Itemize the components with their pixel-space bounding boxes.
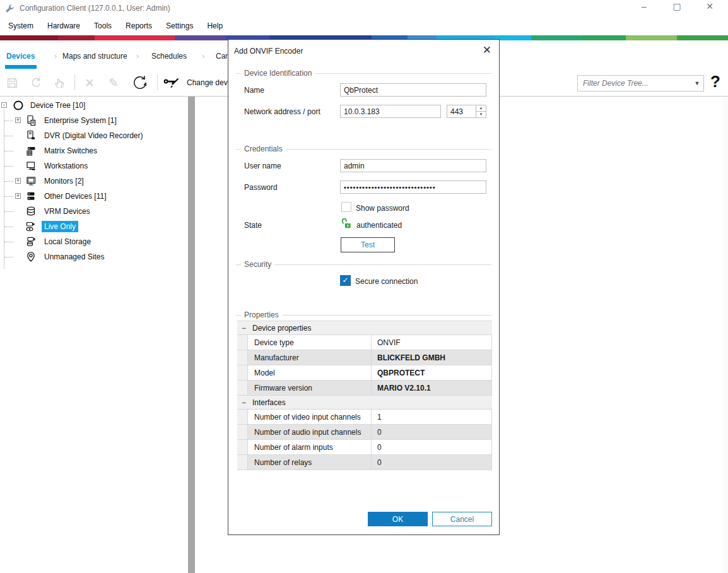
menu-settings[interactable]: Settings bbox=[159, 19, 200, 33]
table-row: Number of relays 0 bbox=[237, 455, 492, 470]
maximize-button[interactable]: ▢ bbox=[670, 1, 684, 11]
unmanaged-sites-icon bbox=[25, 251, 37, 264]
dialog-title: Add ONVIF Encoder bbox=[234, 47, 303, 56]
password-field[interactable] bbox=[340, 180, 486, 194]
expand-expander-icon[interactable]: + bbox=[15, 193, 21, 199]
change-device-passwords-label[interactable]: Change devi bbox=[187, 78, 229, 87]
tree-item-label[interactable]: Monitors [2] bbox=[42, 175, 86, 187]
tab-maps-and-structure[interactable]: Maps and structure bbox=[62, 52, 127, 61]
tree-connector-stub bbox=[4, 136, 13, 136]
tree-item-dvr[interactable]: DVR (Digital Video Recorder) bbox=[0, 128, 187, 143]
pointer-hand-icon[interactable] bbox=[48, 72, 72, 93]
tree-connector-stub bbox=[4, 166, 13, 167]
tree-item-label[interactable]: Matrix Switches bbox=[42, 145, 100, 157]
app-window: Configuration Client (127.0.0.1, User: A… bbox=[0, 0, 728, 573]
unlocked-padlock-icon bbox=[341, 218, 352, 232]
test-button[interactable]: Test bbox=[341, 237, 395, 252]
menu-hardware[interactable]: Hardware bbox=[40, 19, 87, 33]
tree-item-device-tree[interactable]: - Device Tree [10] bbox=[0, 98, 187, 113]
property-group-device-properties[interactable]: − Device properties bbox=[237, 321, 492, 335]
tree-item-label[interactable]: Enterprise System [1] bbox=[42, 115, 119, 126]
secure-connection-checkbox[interactable]: ✓ bbox=[340, 275, 351, 286]
panel-splitter[interactable] bbox=[188, 97, 195, 573]
group-security: Security bbox=[236, 260, 491, 269]
tree-item-unmanaged-sites[interactable]: Unmanaged Sites bbox=[0, 249, 187, 264]
expand-expander-icon[interactable]: + bbox=[15, 178, 21, 184]
menu-tools[interactable]: Tools bbox=[87, 19, 119, 33]
group-credentials: Credentials bbox=[236, 145, 491, 153]
stepper-down-icon[interactable]: ▼ bbox=[476, 112, 486, 117]
close-window-button[interactable]: ✕ bbox=[703, 1, 717, 11]
refresh-icon[interactable] bbox=[126, 72, 155, 93]
tree-item-label[interactable]: Device Tree [10] bbox=[28, 100, 88, 111]
expand-expander-icon[interactable]: + bbox=[15, 117, 21, 123]
name-field[interactable] bbox=[340, 83, 486, 97]
port-value[interactable]: 443 bbox=[447, 105, 476, 117]
tree-item-monitors[interactable]: + Monitors [2] bbox=[0, 174, 187, 189]
tree-item-label[interactable]: Live Only bbox=[42, 221, 78, 232]
tab-devices[interactable]: Devices bbox=[6, 52, 35, 61]
group-properties: Properties bbox=[236, 310, 491, 319]
tree-item-vrm-devices[interactable]: VRM Devices bbox=[0, 204, 187, 219]
tree-item-local-storage[interactable]: Local Storage bbox=[0, 234, 187, 249]
dvr-icon bbox=[25, 130, 37, 143]
username-label: User name bbox=[244, 162, 281, 170]
table-row: Device type ONVIF bbox=[237, 335, 492, 350]
save-icon[interactable] bbox=[0, 72, 24, 93]
tree-item-label[interactable]: Other Devices [11] bbox=[42, 191, 109, 202]
username-field[interactable] bbox=[340, 159, 486, 172]
menu-reports[interactable]: Reports bbox=[119, 19, 159, 33]
tab-schedules[interactable]: Schedules bbox=[151, 52, 187, 61]
tree-connector-stub bbox=[4, 227, 13, 227]
help-button[interactable]: ? bbox=[710, 72, 720, 92]
tree-item-live-only[interactable]: Live Only bbox=[0, 219, 187, 234]
title-bar: Configuration Client (127.0.0.1, User: A… bbox=[0, 0, 728, 16]
chevron-right-icon: › bbox=[202, 51, 204, 61]
tree-connector-stub bbox=[4, 211, 13, 212]
tree-item-other-devices[interactable]: + Other Devices [11] bbox=[0, 189, 187, 204]
stepper-up-icon[interactable]: ▲ bbox=[476, 105, 486, 112]
menu-system[interactable]: System bbox=[1, 19, 40, 33]
filter-input[interactable] bbox=[578, 79, 691, 88]
delete-icon[interactable]: ✕ bbox=[78, 72, 102, 93]
table-row: Model QBPROTECT bbox=[237, 365, 492, 381]
tree-connector-stub bbox=[4, 151, 13, 151]
port-stepper[interactable]: 443 ▲▼ bbox=[447, 105, 486, 118]
vertical-scrollbar[interactable] bbox=[723, 97, 728, 573]
collapse-minus-icon[interactable]: − bbox=[242, 324, 248, 333]
table-row: Number of alarm inputs 0 bbox=[237, 440, 492, 455]
stepper-arrows[interactable]: ▲▼ bbox=[476, 105, 486, 117]
live-only-icon bbox=[25, 221, 37, 234]
chevron-right-icon: › bbox=[136, 51, 139, 61]
minimize-button[interactable]: – bbox=[637, 1, 651, 11]
collapse-minus-icon[interactable]: − bbox=[242, 398, 248, 407]
change-device-passwords-icon[interactable] bbox=[160, 72, 182, 93]
network-address-field[interactable] bbox=[340, 105, 441, 118]
edit-pencil-icon[interactable]: ✎ bbox=[102, 72, 126, 93]
dialog-close-icon[interactable]: ✕ bbox=[483, 44, 491, 57]
tree-item-label[interactable]: VRM Devices bbox=[42, 206, 93, 217]
tree-item-matrix-switches[interactable]: Matrix Switches bbox=[0, 143, 187, 158]
undo-icon[interactable] bbox=[24, 72, 48, 93]
dropdown-arrow-icon[interactable]: ▼ bbox=[691, 80, 703, 86]
tree-item-enterprise-system[interactable]: + Enterprise System [1] bbox=[0, 113, 187, 128]
tree-item-label[interactable]: Workstations bbox=[42, 160, 90, 172]
menu-help[interactable]: Help bbox=[200, 19, 230, 33]
tree-item-label[interactable]: Unmanaged Sites bbox=[42, 251, 107, 263]
toolbar-separator bbox=[74, 74, 75, 91]
ok-button[interactable]: OK bbox=[368, 512, 428, 526]
state-label: State bbox=[244, 221, 262, 230]
cancel-button[interactable]: Cancel bbox=[432, 512, 492, 526]
tree-item-label[interactable]: Local Storage bbox=[42, 236, 93, 247]
tree-item-workstations[interactable]: Workstations bbox=[0, 158, 187, 174]
enterprise-system-icon bbox=[25, 115, 37, 128]
password-label: Password bbox=[244, 183, 278, 192]
device-tree-filter[interactable]: ▼ bbox=[577, 75, 704, 92]
show-password-checkbox[interactable] bbox=[341, 202, 351, 212]
name-label: Name bbox=[244, 86, 264, 95]
show-password-label: Show password bbox=[356, 204, 409, 213]
tree-item-label[interactable]: DVR (Digital Video Recorder) bbox=[42, 130, 146, 141]
collapse-expander-icon[interactable]: - bbox=[1, 102, 7, 108]
property-group-interfaces[interactable]: − Interfaces bbox=[237, 396, 492, 410]
vrm-devices-icon bbox=[25, 206, 37, 219]
